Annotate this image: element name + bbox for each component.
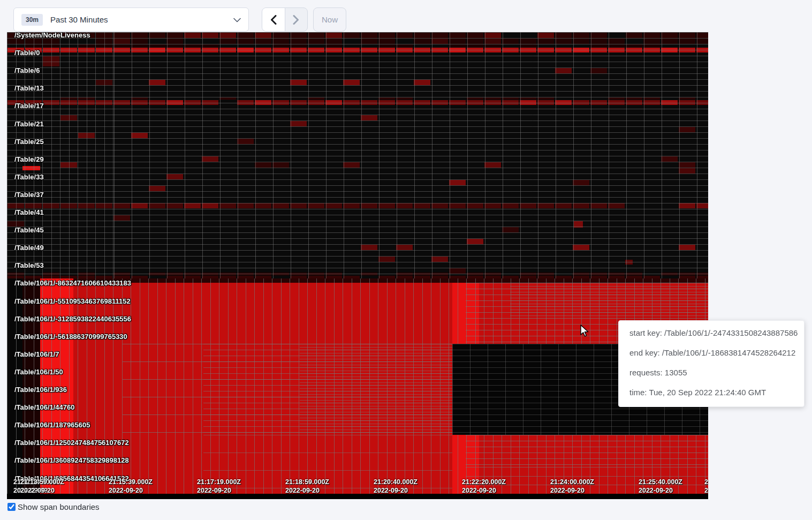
prev-range-button[interactable] xyxy=(262,8,285,31)
heatmap-canvas[interactable] xyxy=(7,32,708,499)
hover-tooltip: start key: /Table/106/1/-247433150824388… xyxy=(618,320,805,407)
show-span-boundaries-checkbox[interactable] xyxy=(7,503,16,511)
heatmap: /System/NodeLiveness/Table/0/Table/6/Tab… xyxy=(7,32,708,499)
tooltip-start-key: start key: /Table/106/1/-247433150824388… xyxy=(629,329,793,337)
now-button[interactable]: Now xyxy=(313,7,346,32)
tooltip-requests: requests: 13055 xyxy=(629,368,793,376)
time-range-select[interactable]: 30m Past 30 Minutes xyxy=(13,7,249,32)
chevron-down-icon xyxy=(233,15,241,25)
time-nav-group xyxy=(262,7,308,32)
next-range-button[interactable] xyxy=(285,8,308,31)
tooltip-time: time: Tue, 20 Sep 2022 21:24:40 GMT xyxy=(629,388,793,396)
duration-badge: 30m xyxy=(21,14,43,26)
show-span-boundaries: Show span boundaries xyxy=(7,502,100,511)
show-span-boundaries-label: Show span boundaries xyxy=(18,502,100,511)
chevron-left-icon xyxy=(270,15,277,25)
key-visualizer-page: 30m Past 30 Minutes Now /System/NodeLive… xyxy=(0,0,812,520)
time-range-label: Past 30 Minutes xyxy=(50,15,233,24)
chevron-right-icon xyxy=(293,15,299,25)
tooltip-end-key: end key: /Table/106/1/-18683814745282642… xyxy=(629,349,793,357)
